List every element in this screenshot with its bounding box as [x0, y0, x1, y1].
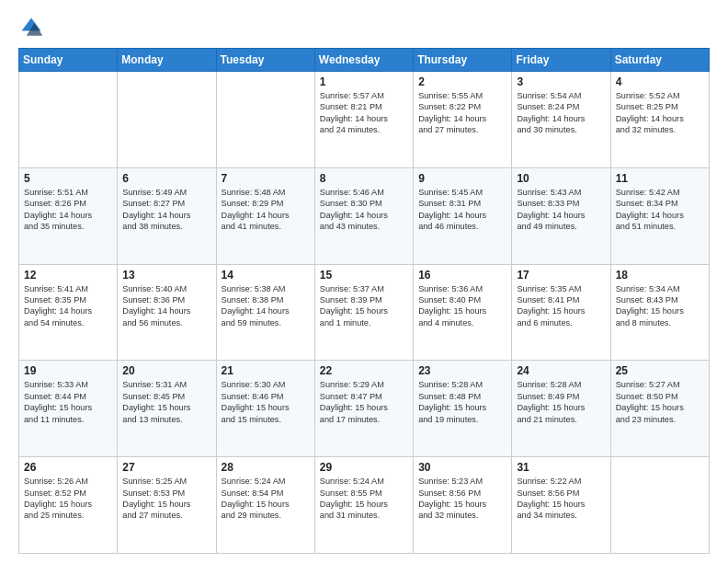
calendar-cell: 29Sunrise: 5:24 AM Sunset: 8:55 PM Dayli… [314, 457, 413, 554]
calendar-cell: 9Sunrise: 5:45 AM Sunset: 8:31 PM Daylig… [414, 167, 512, 264]
day-number: 18 [616, 269, 704, 282]
cell-info: Sunrise: 5:54 AM Sunset: 8:24 PM Dayligh… [517, 90, 605, 136]
calendar-cell: 23Sunrise: 5:28 AM Sunset: 8:48 PM Dayli… [414, 361, 512, 457]
day-header-sunday: Sunday [19, 49, 118, 72]
calendar-cell: 26Sunrise: 5:26 AM Sunset: 8:52 PM Dayli… [19, 457, 118, 554]
calendar-week-4: 19Sunrise: 5:33 AM Sunset: 8:44 PM Dayli… [19, 361, 710, 457]
day-number: 19 [24, 364, 112, 377]
page: SundayMondayTuesdayWednesdayThursdayFrid… [0, 0, 728, 563]
day-header-wednesday: Wednesday [314, 49, 413, 72]
day-number: 2 [418, 75, 506, 88]
day-number: 21 [222, 364, 310, 377]
cell-info: Sunrise: 5:27 AM Sunset: 8:50 PM Dayligh… [616, 379, 704, 425]
day-header-monday: Monday [118, 49, 216, 72]
day-number: 23 [418, 364, 506, 377]
calendar-cell: 5Sunrise: 5:51 AM Sunset: 8:26 PM Daylig… [19, 167, 118, 264]
cell-info: Sunrise: 5:35 AM Sunset: 8:41 PM Dayligh… [517, 283, 605, 329]
calendar-cell [19, 72, 118, 168]
day-number: 28 [222, 461, 310, 474]
calendar-cell: 2Sunrise: 5:55 AM Sunset: 8:22 PM Daylig… [414, 72, 512, 168]
cell-info: Sunrise: 5:49 AM Sunset: 8:27 PM Dayligh… [122, 187, 210, 233]
calendar-cell: 31Sunrise: 5:22 AM Sunset: 8:56 PM Dayli… [512, 457, 610, 554]
day-number: 22 [320, 364, 408, 377]
cell-info: Sunrise: 5:28 AM Sunset: 8:49 PM Dayligh… [517, 379, 605, 425]
day-number: 1 [320, 75, 408, 88]
cell-info: Sunrise: 5:22 AM Sunset: 8:56 PM Dayligh… [517, 476, 605, 522]
day-number: 9 [418, 172, 506, 185]
calendar-cell: 16Sunrise: 5:36 AM Sunset: 8:40 PM Dayli… [414, 264, 512, 361]
day-number: 5 [24, 172, 112, 185]
cell-info: Sunrise: 5:41 AM Sunset: 8:35 PM Dayligh… [24, 283, 112, 329]
calendar-cell: 30Sunrise: 5:23 AM Sunset: 8:56 PM Dayli… [414, 457, 512, 554]
cell-info: Sunrise: 5:34 AM Sunset: 8:43 PM Dayligh… [616, 283, 704, 329]
calendar-cell: 20Sunrise: 5:31 AM Sunset: 8:45 PM Dayli… [118, 361, 216, 457]
cell-info: Sunrise: 5:26 AM Sunset: 8:52 PM Dayligh… [24, 476, 112, 522]
day-number: 25 [616, 364, 704, 377]
calendar-header-row: SundayMondayTuesdayWednesdayThursdayFrid… [19, 49, 710, 72]
calendar-week-1: 1Sunrise: 5:57 AM Sunset: 8:21 PM Daylig… [19, 72, 710, 168]
calendar-cell: 6Sunrise: 5:49 AM Sunset: 8:27 PM Daylig… [118, 167, 216, 264]
calendar-cell: 25Sunrise: 5:27 AM Sunset: 8:50 PM Dayli… [610, 361, 709, 457]
day-number: 17 [517, 269, 605, 282]
cell-info: Sunrise: 5:24 AM Sunset: 8:54 PM Dayligh… [222, 476, 310, 522]
cell-info: Sunrise: 5:36 AM Sunset: 8:40 PM Dayligh… [418, 283, 506, 329]
cell-info: Sunrise: 5:46 AM Sunset: 8:30 PM Dayligh… [320, 187, 408, 233]
calendar-cell: 15Sunrise: 5:37 AM Sunset: 8:39 PM Dayli… [314, 264, 413, 361]
cell-info: Sunrise: 5:29 AM Sunset: 8:47 PM Dayligh… [320, 379, 408, 425]
cell-info: Sunrise: 5:51 AM Sunset: 8:26 PM Dayligh… [24, 187, 112, 233]
cell-info: Sunrise: 5:24 AM Sunset: 8:55 PM Dayligh… [320, 476, 408, 522]
day-number: 8 [320, 172, 408, 185]
day-number: 12 [24, 269, 112, 282]
cell-info: Sunrise: 5:48 AM Sunset: 8:29 PM Dayligh… [222, 187, 310, 233]
calendar-week-2: 5Sunrise: 5:51 AM Sunset: 8:26 PM Daylig… [19, 167, 710, 264]
day-number: 24 [517, 364, 605, 377]
calendar-cell [118, 72, 216, 168]
day-header-thursday: Thursday [414, 49, 512, 72]
calendar-cell: 21Sunrise: 5:30 AM Sunset: 8:46 PM Dayli… [216, 361, 314, 457]
calendar-cell: 4Sunrise: 5:52 AM Sunset: 8:25 PM Daylig… [610, 72, 709, 168]
day-number: 20 [122, 364, 210, 377]
calendar-cell: 14Sunrise: 5:38 AM Sunset: 8:38 PM Dayli… [216, 264, 314, 361]
calendar-cell [610, 457, 709, 554]
calendar-cell: 12Sunrise: 5:41 AM Sunset: 8:35 PM Dayli… [19, 264, 118, 361]
day-number: 29 [320, 461, 408, 474]
calendar-cell: 22Sunrise: 5:29 AM Sunset: 8:47 PM Dayli… [314, 361, 413, 457]
logo-icon [18, 15, 44, 40]
calendar-cell: 1Sunrise: 5:57 AM Sunset: 8:21 PM Daylig… [314, 72, 413, 168]
day-number: 27 [122, 461, 210, 474]
calendar-cell: 17Sunrise: 5:35 AM Sunset: 8:41 PM Dayli… [512, 264, 610, 361]
calendar-week-5: 26Sunrise: 5:26 AM Sunset: 8:52 PM Dayli… [19, 457, 710, 554]
cell-info: Sunrise: 5:37 AM Sunset: 8:39 PM Dayligh… [320, 283, 408, 329]
day-number: 30 [418, 461, 506, 474]
calendar-cell [216, 72, 314, 168]
calendar-cell: 28Sunrise: 5:24 AM Sunset: 8:54 PM Dayli… [216, 457, 314, 554]
calendar-cell: 8Sunrise: 5:46 AM Sunset: 8:30 PM Daylig… [314, 167, 413, 264]
cell-info: Sunrise: 5:38 AM Sunset: 8:38 PM Dayligh… [222, 283, 310, 329]
logo [18, 15, 48, 40]
calendar-table: SundayMondayTuesdayWednesdayThursdayFrid… [18, 48, 710, 554]
day-number: 15 [320, 269, 408, 282]
day-number: 7 [222, 172, 310, 185]
cell-info: Sunrise: 5:33 AM Sunset: 8:44 PM Dayligh… [24, 379, 112, 425]
calendar-cell: 3Sunrise: 5:54 AM Sunset: 8:24 PM Daylig… [512, 72, 610, 168]
cell-info: Sunrise: 5:40 AM Sunset: 8:36 PM Dayligh… [122, 283, 210, 329]
day-number: 13 [122, 269, 210, 282]
day-number: 14 [222, 269, 310, 282]
day-header-saturday: Saturday [610, 49, 709, 72]
calendar-cell: 19Sunrise: 5:33 AM Sunset: 8:44 PM Dayli… [19, 361, 118, 457]
calendar-cell: 13Sunrise: 5:40 AM Sunset: 8:36 PM Dayli… [118, 264, 216, 361]
cell-info: Sunrise: 5:57 AM Sunset: 8:21 PM Dayligh… [320, 90, 408, 136]
cell-info: Sunrise: 5:45 AM Sunset: 8:31 PM Dayligh… [418, 187, 506, 233]
day-number: 31 [517, 461, 605, 474]
calendar-cell: 7Sunrise: 5:48 AM Sunset: 8:29 PM Daylig… [216, 167, 314, 264]
calendar-cell: 18Sunrise: 5:34 AM Sunset: 8:43 PM Dayli… [610, 264, 709, 361]
day-header-friday: Friday [512, 49, 610, 72]
day-number: 3 [517, 75, 605, 88]
day-number: 11 [616, 172, 704, 185]
calendar-cell: 10Sunrise: 5:43 AM Sunset: 8:33 PM Dayli… [512, 167, 610, 264]
cell-info: Sunrise: 5:23 AM Sunset: 8:56 PM Dayligh… [418, 476, 506, 522]
cell-info: Sunrise: 5:43 AM Sunset: 8:33 PM Dayligh… [517, 187, 605, 233]
calendar-cell: 24Sunrise: 5:28 AM Sunset: 8:49 PM Dayli… [512, 361, 610, 457]
calendar-cell: 11Sunrise: 5:42 AM Sunset: 8:34 PM Dayli… [610, 167, 709, 264]
calendar-cell: 27Sunrise: 5:25 AM Sunset: 8:53 PM Dayli… [118, 457, 216, 554]
